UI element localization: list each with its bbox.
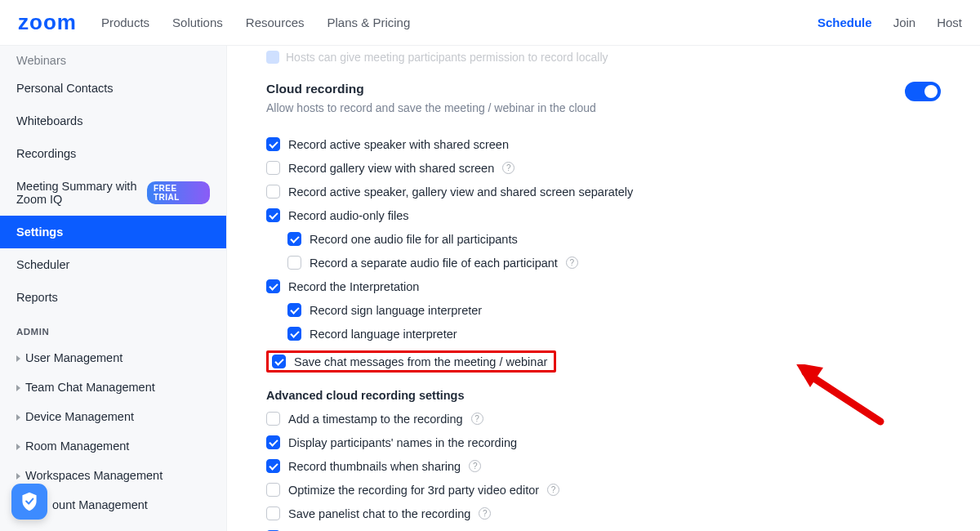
sidebar-item-whiteboards[interactable]: Whiteboards [0, 105, 226, 137]
cloud-recording-subtitle: Allow hosts to record and save the meeti… [266, 101, 596, 114]
nav-solutions[interactable]: Solutions [172, 16, 223, 29]
setting-row: Display participants' names in the recor… [266, 431, 941, 454]
sidebar-item-label: User Management [25, 351, 122, 364]
setting-label: Record the Interpretation [288, 280, 419, 293]
help-icon[interactable]: ? [479, 507, 491, 520]
nav-resources[interactable]: Resources [246, 16, 305, 29]
advanced-settings-heading: Advanced cloud recording settings [266, 389, 941, 402]
highlighted-setting: Save chat messages from the meeting / we… [266, 350, 556, 373]
sidebar-item-settings[interactable]: Settings [0, 216, 226, 248]
nav-left: Products Solutions Resources Plans & Pri… [101, 16, 817, 29]
sidebar-item-webinars[interactable]: Webinars [0, 51, 226, 72]
setting-label: Record one audio file for all participan… [310, 233, 518, 246]
sidebar-item-meeting-summary[interactable]: Meeting Summary with Zoom IQ FREE TRIAL [0, 170, 226, 216]
toggle-knob [924, 85, 938, 98]
checkbox[interactable] [266, 185, 280, 199]
setting-label: Display participants' names in the recor… [288, 436, 517, 449]
sidebar-item-reports[interactable]: Reports [0, 281, 226, 314]
checkbox[interactable] [272, 355, 286, 368]
chevron-right-icon [16, 473, 20, 480]
setting-row: Record language interpreter [266, 322, 941, 346]
checkbox[interactable] [266, 483, 280, 497]
chevron-right-icon [16, 444, 20, 450]
previous-setting-label: Hosts can give meeting participants perm… [286, 51, 608, 64]
setting-label: Save chat messages from the meeting / we… [294, 355, 547, 368]
previous-setting-faded: Hosts can give meeting participants perm… [266, 46, 941, 82]
help-icon[interactable]: ? [502, 162, 514, 174]
sidebar-item-device-management[interactable]: Device Management [0, 402, 226, 431]
shield-icon [20, 492, 38, 511]
setting-label: Record sign language interpreter [310, 304, 482, 317]
sidebar-item-personal-contacts[interactable]: Personal Contacts [0, 72, 226, 105]
nav-join[interactable]: Join [893, 16, 916, 29]
sidebar-item-label: Device Management [25, 410, 134, 423]
chevron-right-icon [16, 414, 20, 421]
settings-main: Hosts can give meeting participants perm… [227, 46, 980, 531]
privacy-shield-button[interactable] [11, 484, 47, 520]
setting-row: Record gallery view with shared screen? [266, 156, 941, 180]
checkbox[interactable] [266, 412, 280, 426]
sidebar-item-user-management[interactable]: User Management [0, 343, 226, 373]
checkbox[interactable] [287, 232, 301, 246]
checkbox[interactable] [266, 161, 280, 175]
free-trial-badge: FREE TRIAL [147, 181, 210, 204]
setting-row: Record one audio file for all participan… [266, 227, 941, 251]
help-icon[interactable]: ? [547, 484, 559, 496]
setting-row: Save panelist chat to the recording? [266, 502, 941, 525]
chevron-right-icon [16, 355, 20, 362]
setting-label: Record thumbnails when sharing [288, 460, 461, 473]
chevron-right-icon [16, 385, 20, 391]
nav-right: Schedule Join Host [817, 16, 962, 29]
checkbox[interactable] [266, 459, 280, 473]
help-icon[interactable]: ? [471, 413, 483, 425]
setting-label: Record gallery view with shared screen [288, 162, 494, 175]
setting-label: Record active speaker, gallery view and … [288, 185, 633, 199]
checkbox[interactable] [266, 137, 280, 151]
sidebar-item-label: Team Chat Management [25, 381, 155, 394]
sidebar-item-label: ount Management [52, 498, 148, 511]
cloud-recording-toggle[interactable] [905, 82, 941, 101]
setting-label: Record audio-only files [288, 209, 409, 222]
setting-label: Optimize the recording for 3rd party vid… [288, 484, 539, 497]
setting-row: Optimize the recording for 3rd party vid… [266, 478, 941, 502]
setting-label: Add a timestamp to the recording [288, 413, 463, 426]
setting-row: Add a timestamp to the recording? [266, 407, 941, 431]
checkbox[interactable] [287, 303, 301, 317]
zoom-logo[interactable]: zoom [18, 10, 77, 35]
sidebar: Webinars Personal Contacts Whiteboards R… [0, 46, 227, 531]
nav-schedule[interactable]: Schedule [817, 16, 872, 29]
sidebar-item-label: Meeting Summary with Zoom IQ [16, 180, 147, 206]
setting-row: Record active speaker, gallery view and … [266, 180, 941, 203]
nav-products[interactable]: Products [101, 16, 149, 29]
checkbox[interactable] [266, 279, 280, 293]
cloud-recording-options: Record active speaker with shared screen… [266, 132, 941, 377]
setting-label: Record active speaker with shared screen [288, 138, 509, 151]
setting-row: Record audio-only files [266, 203, 941, 227]
top-nav: zoom Products Solutions Resources Plans … [0, 0, 980, 46]
sidebar-item-recordings[interactable]: Recordings [0, 137, 226, 170]
setting-label: Save panelist chat to the recording [288, 507, 470, 520]
checkbox-faded [266, 51, 279, 64]
sidebar-item-scheduler[interactable]: Scheduler [0, 248, 226, 281]
checkbox[interactable] [287, 327, 301, 341]
sidebar-item-room-management[interactable]: Room Management [0, 431, 226, 461]
setting-row: Record the Interpretation [266, 274, 941, 298]
nav-plans-pricing[interactable]: Plans & Pricing [327, 16, 411, 29]
setting-row: Record thumbnails when sharing? [266, 454, 941, 478]
setting-row: Record sign language interpreter [266, 298, 941, 322]
checkbox[interactable] [266, 506, 280, 520]
help-icon[interactable]: ? [469, 460, 481, 472]
sidebar-item-team-chat-management[interactable]: Team Chat Management [0, 373, 226, 402]
checkbox[interactable] [266, 435, 280, 449]
nav-host[interactable]: Host [937, 16, 962, 29]
help-icon[interactable]: ? [566, 257, 578, 269]
cloud-recording-title: Cloud recording [266, 82, 596, 96]
advanced-cloud-options: Add a timestamp to the recording?Display… [266, 407, 941, 531]
setting-row: Record a separate audio file of each par… [266, 251, 941, 274]
setting-row: Save chat messages from the meeting / we… [266, 346, 941, 377]
checkbox[interactable] [287, 256, 301, 270]
setting-label: Record language interpreter [310, 328, 457, 341]
sidebar-admin-label: ADMIN [0, 314, 226, 343]
sidebar-item-label: Room Management [25, 440, 129, 453]
checkbox[interactable] [266, 208, 280, 222]
